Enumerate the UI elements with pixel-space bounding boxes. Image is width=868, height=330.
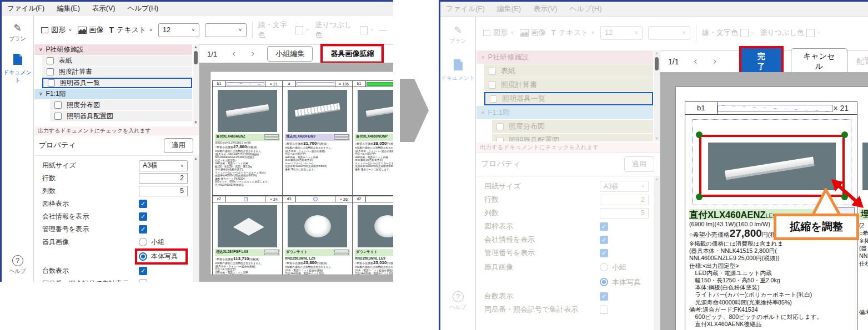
rail-document[interactable]: ドキュメント [2,53,33,84]
tree-project: ∨P社研修施設 [476,50,653,64]
resize-handle-ne[interactable] [841,131,848,138]
scroll-up-icon: ▲ [654,176,660,182]
image-icon [78,27,87,34]
shape-tool[interactable]: 図形∨ [41,25,72,35]
count-label: 台数表示 [484,291,600,301]
done-button[interactable]: 完了 [741,48,781,75]
next-page-icon[interactable]: > [252,49,254,58]
fixture-symbol [296,81,335,87]
font-size-select: 12∨ [600,26,643,40]
scroll-thumb [655,57,659,70]
text-icon: T [551,28,556,37]
toolbar: 図形∨ 画像 Tテキスト∨ 12∨ ∨ 線・文字色∨ 塗りつぶし色∨ [476,17,868,49]
next-page-icon[interactable]: > [713,57,716,66]
frame-checkbox[interactable]: ✓ [139,200,147,208]
cols-input[interactable]: 5 [139,186,188,196]
fixture-zoom-button[interactable]: 器具画像拡縮 [323,46,382,62]
scroll-up-icon[interactable]: ▲ [193,44,199,50]
square-symbol [244,197,248,201]
scroll-up-icon[interactable]: ▲ [193,155,199,162]
font-family-select[interactable]: ∨ [205,23,246,37]
product-title-text: 埋込XLX430FEWJ [286,134,315,138]
radio-photo[interactable] [139,252,147,261]
tree-hint: 出力するドキュメントにチェックを入れます [476,143,660,153]
fixture-zoom-annotation: 器具画像拡縮 [320,44,384,64]
text-tool[interactable]: Tテキスト∨ [109,25,153,35]
prev-page-icon[interactable]: < [233,49,235,58]
fixture-cell-header: c2× 24 [213,196,282,202]
circle-symbol [313,197,318,201]
menu-view[interactable]: 表示(V) [92,4,116,13]
fill-color-control: 塗りつぶし色∨ [315,20,374,40]
cancel-button[interactable]: キャンセル [791,48,847,75]
font-family-select: ∨ [648,26,690,40]
tree-scrollbar[interactable]: ▲▼ [193,44,199,125]
tree-item-fixture-list[interactable]: 照明器具一覧 [42,78,192,88]
checkbox[interactable] [47,57,54,64]
rail-plan[interactable]: ✎ プラン [2,22,33,43]
checkbox[interactable] [54,113,62,120]
sum-checkbox[interactable] [139,280,147,282]
shape-tool: 図形∨ [483,28,514,38]
resize-handle-nw[interactable] [696,131,703,138]
menu-help[interactable]: ヘルプ(H) [127,4,158,13]
tree-item-calc[interactable]: 照度計算書 [42,67,192,77]
chevron-down-icon: ∨ [192,28,195,32]
tree-item-distribution[interactable]: 照度分布図 [50,100,192,110]
menu-help[interactable]: ヘルプ(H) [570,4,602,14]
preview-viewport[interactable]: b1 × 21 [660,72,868,330]
fixture-photo [358,90,393,132]
chevron-down-icon: ∨ [68,28,72,32]
tree-item-cover[interactable]: 表紙 [42,55,192,66]
rows-input: 2 [600,195,649,205]
paper-size-label: 用紙サイズ [484,181,600,191]
paper-size-select[interactable]: A3横∨ [139,160,188,171]
menu-view[interactable]: 表示(V) [533,4,557,14]
checkbox[interactable] [47,68,54,75]
prev-page-icon[interactable]: < [694,57,697,66]
preview-panel: 1/1 < > 完了 キャンセル 配置 b1 × 21 [660,50,868,330]
resize-handle-sw[interactable] [696,194,703,200]
canvas: ファイル(F) 編集(E) 表示(V) ヘルプ(H) ✎ プラン ドキュメント … [0,0,868,330]
product-title: ダウンライト [355,249,393,256]
rail-help[interactable]: ? ヘルプ [2,255,33,275]
checkbox[interactable] [48,79,55,87]
rows-input[interactable]: 2 [139,173,188,184]
fixture-card: d2ダウンライトXND1561WNL LE9○希望小売価格25,010円(税抜)… [352,196,393,275]
help-icon: ? [12,255,23,266]
apply-button[interactable]: 適用 [164,138,193,153]
fixture-code: b1 [685,102,718,114]
checkbox[interactable] [54,101,62,109]
menu-edit[interactable]: 編集(E) [57,4,80,13]
company-checkbox[interactable]: ✓ [139,212,147,221]
kogumi-edit-button[interactable]: 小組編集 [267,46,313,62]
tree-floor[interactable]: ∨F1:1階 [34,89,192,99]
color-swatch [806,29,815,37]
fixture-card: a× 136埋込XLX430FEWJ○希望小売価格31,700円(税抜)※掲載の… [282,80,353,196]
pencil-icon: ✎ [2,22,33,34]
help-icon: ? [453,291,464,302]
radio-photo [600,278,608,286]
fixture-code: d3 [283,196,296,202]
radio-photo-label: 本体写真 [612,277,641,287]
mgmt-checkbox[interactable]: ✓ [139,225,147,233]
sum-label: 同品番・照会記号で集計表示 [42,279,139,282]
tree-project[interactable]: ∨P社研修施設 [34,44,192,55]
menu-edit[interactable]: 編集(E) [497,4,521,14]
menu-file[interactable]: ファイル(F) [7,4,44,13]
line-style-control: — [379,26,387,34]
image-tool[interactable]: 画像 [78,25,104,35]
scroll-thumb[interactable] [194,51,198,64]
menu-file[interactable]: ファイル(F) [446,4,485,14]
tree-item-layout[interactable]: 照明器具配置図 [50,111,192,121]
preview-viewport[interactable]: b1× 21直付XLX460AENZ(6900 lm)(43.1W)(160.0… [199,63,393,282]
color-swatch [360,26,368,34]
font-size-select[interactable]: 12∨ [158,23,199,37]
properties-header: プロパティ 適用 [34,136,199,154]
fixture-card: b1直付XLX4660NONP○希望小売価格38,050円(税抜)※掲載の価格に… [352,80,393,196]
scroll-down-icon[interactable]: ▼ [193,120,199,125]
props-scrollbar[interactable]: ▲ [193,155,199,282]
tree-item-fixture-list: 照明器具一覧 [484,92,653,105]
count-checkbox[interactable]: ✓ [139,267,147,275]
radio-kogumi[interactable] [139,238,147,246]
